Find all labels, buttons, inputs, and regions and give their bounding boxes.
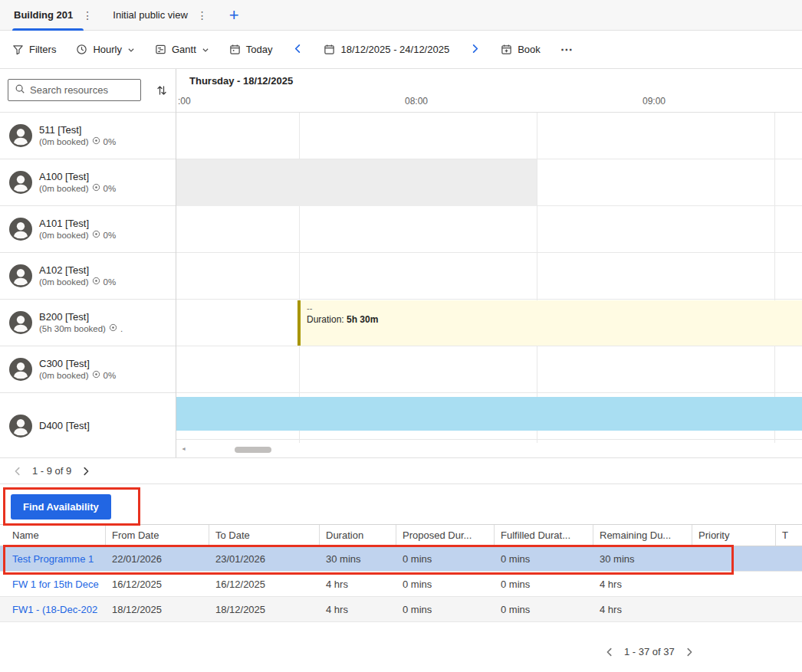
requirement-name-link[interactable]: Test Programme 1 (0, 553, 106, 565)
booking-duration-value: 5h 30m (347, 314, 378, 325)
fulfilled-duration-cell: 0 mins (495, 604, 593, 615)
next-page-button[interactable] (81, 466, 91, 477)
scroll-left-icon[interactable]: ◄ (181, 446, 186, 451)
day-header: Thursday - 18/12/2025 (189, 75, 293, 87)
avatar (9, 358, 32, 381)
proposed-duration-cell: 0 mins (396, 579, 495, 590)
book-button[interactable]: Book (501, 44, 541, 55)
resource-name: B200 [Test] (39, 310, 123, 323)
gantt-view-dropdown[interactable]: Gantt (155, 44, 209, 55)
time-label: 08:00 (405, 96, 428, 107)
next-date-range-button[interactable] (469, 43, 481, 57)
scrollbar-thumb[interactable] (235, 447, 271, 453)
tab-bar: Building 201 ⋮ Initial public view ⋮ + (0, 0, 802, 31)
grid-line (774, 113, 775, 443)
main-content: 511 [Test] (0m booked) 0% A100 [Test] (0 (0, 69, 802, 457)
utilization-value: 0% (104, 277, 117, 288)
resource-sidebar: 511 [Test] (0m booked) 0% A100 [Test] (0 (0, 69, 176, 457)
calendar-add-icon (501, 44, 512, 55)
date-range-picker[interactable]: 18/12/2025 - 24/12/2025 (324, 44, 449, 55)
more-options-button[interactable]: ⋯ (560, 42, 574, 57)
find-availability-button[interactable]: Find Availability (11, 494, 111, 520)
previous-page-button[interactable] (12, 466, 23, 477)
column-header-proposed-duration[interactable]: Proposed Dur... (396, 525, 495, 546)
booking-block[interactable]: -- Duration: 5h 30m (297, 300, 802, 346)
schedule-row-c300[interactable] (176, 346, 802, 393)
utilization-value: . (120, 323, 123, 335)
requirements-table: Name From Date To Date Duration Proposed… (0, 524, 802, 622)
to-date-cell: 23/01/2026 (209, 553, 320, 565)
schedule-toolbar: Filters Hourly Gantt Today 18/12/2025 - … (0, 31, 802, 69)
resource-row-c300[interactable]: C300 [Test] (0m booked) 0% (0, 346, 176, 393)
horizontal-scrollbar: ◄ (176, 444, 802, 455)
table-header: Name From Date To Date Duration Proposed… (0, 524, 802, 546)
previous-date-range-button[interactable] (292, 43, 304, 57)
booked-duration: (0m booked) (39, 370, 89, 382)
booking-duration-label: Duration: (307, 314, 347, 325)
remaining-duration-cell: 4 hrs (593, 604, 692, 615)
previous-page-button[interactable] (604, 647, 615, 657)
chevron-left-icon (292, 43, 304, 57)
resource-row-a100[interactable]: A100 [Test] (0m booked) 0% (0, 159, 176, 206)
utilization-icon (92, 230, 100, 241)
next-page-button[interactable] (684, 647, 695, 657)
resource-list: 511 [Test] (0m booked) 0% A100 [Test] (0 (0, 112, 176, 457)
to-date-cell: 16/12/2025 (209, 579, 320, 590)
column-header-duration[interactable]: Duration (320, 525, 396, 546)
resource-row-511[interactable]: 511 [Test] (0m booked) 0% (0, 113, 176, 159)
hourly-view-dropdown[interactable]: Hourly (76, 44, 135, 55)
filters-button[interactable]: Filters (12, 44, 56, 55)
resource-details: (0m booked) 0% (39, 277, 116, 288)
tab-label: Building 201 (14, 9, 73, 21)
column-header-fulfilled-duration[interactable]: Fulfilled Durat... (495, 525, 593, 546)
resource-name: 511 [Test] (39, 123, 116, 136)
from-date-cell: 22/01/2026 (106, 553, 209, 565)
resource-row-a102[interactable]: A102 [Test] (0m booked) 0% (0, 253, 176, 300)
tab-context-menu-icon[interactable]: ⋮ (81, 8, 94, 22)
remaining-duration-cell: 30 mins (593, 553, 692, 565)
column-header-name[interactable]: Name (0, 525, 106, 546)
table-row[interactable]: Test Programme 1 22/01/2026 23/01/2026 3… (0, 546, 802, 572)
search-resources-input[interactable] (30, 84, 122, 96)
today-button[interactable]: Today (229, 44, 273, 55)
utilization-icon (92, 183, 100, 195)
resource-details: (0m booked) 0% (39, 183, 116, 195)
resource-name: D400 [Test] (39, 419, 90, 432)
schedule-grid-body: -- Duration: 5h 30m (176, 112, 802, 442)
resource-name: A101 [Test] (39, 217, 116, 230)
utilization-value: 0% (104, 230, 117, 241)
table-row[interactable]: FW 1 for 15th Dece 16/12/2025 16/12/2025… (0, 572, 802, 597)
table-row[interactable]: FW1 - (18-Dec-202 18/12/2025 18/12/2025 … (0, 597, 802, 622)
resource-search-row (0, 69, 176, 112)
column-header-to-date[interactable]: To Date (209, 525, 320, 546)
from-date-cell: 16/12/2025 (106, 579, 209, 590)
resource-row-a101[interactable]: A101 [Test] (0m booked) 0% (0, 206, 176, 253)
tab-building-201[interactable]: Building 201 ⋮ (5, 0, 104, 31)
requirement-name-link[interactable]: FW1 - (18-Dec-202 (0, 604, 106, 615)
utilization-icon (109, 323, 117, 335)
sort-resources-button[interactable] (156, 84, 167, 99)
hourly-label: Hourly (93, 44, 122, 55)
add-tab-button[interactable]: + (229, 7, 239, 24)
column-header-remaining-duration[interactable]: Remaining Du... (593, 525, 692, 546)
tab-context-menu-icon[interactable]: ⋮ (196, 8, 209, 22)
schedule-row-511[interactable] (176, 113, 802, 159)
avatar (9, 218, 32, 241)
unavailable-time-block (176, 159, 537, 206)
requirement-name-link[interactable]: FW 1 for 15th Dece (0, 579, 106, 590)
schedule-row-a102[interactable] (176, 253, 802, 300)
schedule-row-a101[interactable] (176, 206, 802, 253)
filters-label: Filters (29, 44, 56, 55)
column-header-priority[interactable]: Priority (692, 525, 776, 546)
tab-initial-public-view[interactable]: Initial public view ⋮ (104, 0, 219, 31)
resource-details: (0m booked) 0% (39, 370, 116, 382)
book-label: Book (518, 44, 541, 55)
booked-duration: (0m booked) (39, 277, 89, 288)
filter-icon (12, 44, 24, 55)
resource-row-d400[interactable]: D400 [Test] (0, 393, 176, 457)
column-header-from-date[interactable]: From Date (106, 525, 209, 546)
column-header-territory[interactable]: T (776, 525, 802, 546)
duration-cell: 4 hrs (320, 579, 396, 590)
resource-row-b200[interactable]: B200 [Test] (5h 30m booked) . (0, 300, 176, 346)
utilization-icon (92, 370, 100, 382)
